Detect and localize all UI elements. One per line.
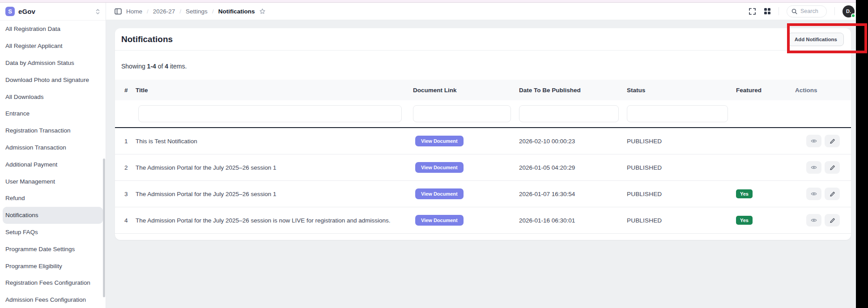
view-document-button[interactable]: View Document (415, 215, 464, 226)
sidebar-item-setup-faqs[interactable]: Setup FAQs (3, 224, 103, 241)
view-document-button[interactable]: View Document (415, 188, 464, 199)
view-action-button[interactable] (806, 188, 821, 200)
column-header-title[interactable]: Title (136, 87, 413, 94)
favorite-star-icon[interactable] (259, 8, 266, 15)
showing-suffix: items. (170, 63, 187, 70)
sidebar-item-data-by-admission-status[interactable]: Data by Admission Status (3, 55, 103, 72)
showing-range: 1-4 (147, 63, 156, 70)
column-header-status[interactable]: Status (627, 87, 736, 94)
table-row: 1 This is Test Notification View Documen… (115, 128, 851, 154)
sidebar-item-registration-transaction[interactable]: Registration Transaction (3, 122, 103, 139)
page-content: Notifications Add Notifications Showing … (106, 20, 868, 308)
row-date: 2026-01-07 16:30:54 (519, 191, 627, 197)
screen-edge-black-bar (856, 0, 868, 308)
eye-icon (811, 191, 817, 197)
pencil-icon (830, 138, 835, 144)
table-row: 4 The Admission Portal for the July 2025… (115, 207, 851, 234)
featured-badge: Yes (736, 189, 753, 198)
row-status: PUBLISHED (627, 164, 736, 171)
sidebar-item-registration-fees-configuration[interactable]: Registration Fees Configuration (3, 274, 103, 291)
filter-status-input[interactable] (627, 105, 728, 122)
view-document-button[interactable]: View Document (415, 136, 464, 146)
sidebar-item-programme-eligibility[interactable]: Programme Eligibility (3, 257, 103, 274)
row-title: This is Test Notification (136, 138, 413, 145)
breadcrumb-home[interactable]: Home (126, 8, 142, 15)
breadcrumb-settings[interactable]: Settings (186, 8, 208, 15)
row-date: 2026-01-05 04:20:29 (519, 164, 627, 171)
brand-logo-icon: S (5, 7, 15, 16)
edit-action-button[interactable] (825, 214, 840, 227)
sidebar-item-additional-payment[interactable]: Additional Payment (3, 156, 103, 173)
table-row: 3 The Admission Portal for the July 2025… (115, 181, 851, 207)
filter-document-link-input[interactable] (413, 105, 511, 122)
column-header-num[interactable]: # (115, 87, 136, 94)
view-action-button[interactable] (806, 214, 821, 227)
showing-total: 4 (165, 63, 168, 70)
sidebar-item-notifications[interactable]: Notifications (3, 207, 103, 224)
sidebar-logo-row[interactable]: S eGov (0, 3, 106, 21)
row-status: PUBLISHED (627, 138, 736, 145)
edit-action-button[interactable] (825, 188, 840, 200)
column-header-date[interactable]: Date To Be Published (519, 87, 627, 94)
app-layout: S eGov All Registration Data All Registe… (0, 3, 868, 308)
table-header-row: # Title Document Link Date To Be Publish… (115, 80, 851, 100)
row-title: The Admission Portal for the July 2025–2… (136, 164, 413, 171)
search-box[interactable] (787, 5, 827, 17)
pencil-icon (830, 218, 835, 223)
sidebar-item-all-downloads[interactable]: All Downloads (3, 88, 103, 105)
sidebar-item-all-registration-data[interactable]: All Registration Data (3, 21, 103, 38)
view-action-button[interactable] (806, 135, 821, 147)
row-date: 2026-02-10 00:00:23 (519, 138, 627, 145)
row-number: 4 (115, 217, 136, 224)
sidebar-toggle-icon[interactable] (115, 8, 122, 15)
view-document-button[interactable]: View Document (415, 162, 464, 173)
breadcrumb-separator: / (212, 8, 214, 15)
sidebar-item-entrance[interactable]: Entrance (3, 105, 103, 122)
row-title: The Admission Portal for the July 2025–2… (136, 217, 413, 224)
user-avatar[interactable]: D. (842, 5, 855, 17)
divider (779, 7, 779, 15)
breadcrumb-separator: / (179, 8, 181, 15)
eye-icon (811, 138, 817, 144)
row-number: 2 (115, 164, 136, 171)
view-action-button[interactable] (806, 161, 821, 174)
sidebar-scrollbar[interactable] (103, 158, 105, 297)
online-status-dot (851, 13, 855, 18)
sidebar-item-programme-date-settings[interactable]: Programme Date Settings (3, 240, 103, 257)
apps-grid-icon[interactable] (764, 8, 771, 15)
row-status: PUBLISHED (627, 191, 736, 197)
add-notifications-button[interactable]: Add Notifications (788, 33, 844, 46)
sidebar-item-user-management[interactable]: User Management (3, 173, 103, 190)
app-screen: S eGov All Registration Data All Registe… (0, 0, 868, 308)
sidebar-item-download-photo-and-signature[interactable]: Download Photo and Signature (3, 71, 103, 88)
row-number: 3 (115, 191, 136, 197)
search-icon (791, 9, 797, 14)
breadcrumb-session[interactable]: 2026-27 (153, 8, 175, 15)
breadcrumb: Home / 2026-27 / Settings / Notification… (115, 8, 266, 15)
top-app-bar: Home / 2026-27 / Settings / Notification… (106, 3, 868, 20)
sidebar-item-admission-transaction[interactable]: Admission Transaction (3, 139, 103, 156)
edit-action-button[interactable] (825, 135, 840, 147)
column-header-document-link[interactable]: Document Link (413, 87, 519, 94)
edit-action-button[interactable] (825, 161, 840, 174)
main-area: Home / 2026-27 / Settings / Notification… (106, 3, 868, 308)
notifications-table: # Title Document Link Date To Be Publish… (115, 80, 851, 234)
sidebar-item-refund[interactable]: Refund (3, 190, 103, 207)
filter-title-input[interactable] (138, 105, 402, 122)
card-header: Notifications Add Notifications (115, 28, 851, 51)
sidebar-nav: All Registration Data All Register Appli… (0, 21, 106, 308)
fullscreen-icon[interactable] (749, 8, 756, 15)
appbar-right-cluster: D. (749, 5, 855, 17)
breadcrumb-separator: / (147, 8, 149, 15)
search-input[interactable] (800, 8, 823, 14)
sidebar-collapse-icon[interactable] (95, 8, 100, 15)
sidebar-item-admission-fees-configuration[interactable]: Admission Fees Configuration (3, 291, 103, 308)
pencil-icon (830, 191, 835, 197)
sidebar-item-all-register-applicant[interactable]: All Register Applicant (3, 38, 103, 55)
column-header-featured[interactable]: Featured (736, 87, 795, 94)
table-row: 2 The Admission Portal for the July 2025… (115, 154, 851, 181)
featured-badge: Yes (736, 216, 753, 225)
brand-name: eGov (18, 8, 35, 15)
filter-date-input[interactable] (519, 105, 619, 122)
eye-icon (811, 218, 817, 223)
